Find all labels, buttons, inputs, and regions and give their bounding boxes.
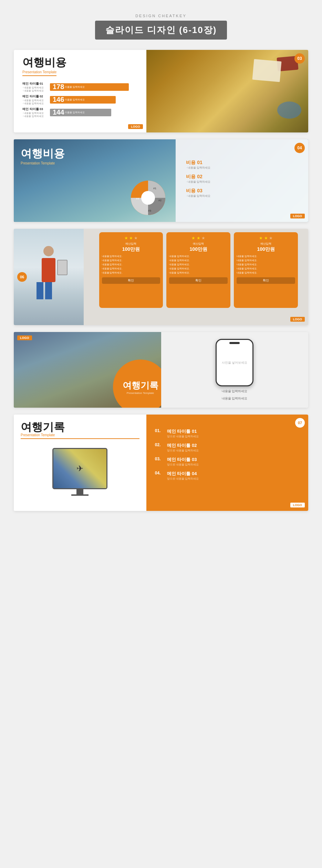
phone-mockup: 사진을 넣어보세요 bbox=[216, 339, 253, 386]
slide-03-logo: LOGO bbox=[128, 124, 143, 129]
card-1-line-3: 내용을 입력하세요. bbox=[102, 263, 160, 266]
list-num-2: 02. bbox=[155, 442, 164, 447]
card-2-line-3: 내용을 입력하세요. bbox=[169, 263, 228, 266]
list-num-4: 04. bbox=[155, 471, 164, 475]
header-subtitle: DESIGN CHEATKEY bbox=[14, 14, 308, 18]
slide-04-title-block: 여행비용 Presentation Template bbox=[21, 146, 65, 165]
slide-07-badge: 07 bbox=[295, 418, 305, 428]
card-3-line-5: 내용을 입력하세요. bbox=[237, 271, 295, 275]
list-main-4: 메인 타이틀 04 bbox=[167, 471, 199, 477]
slide-03-left: 여행비용 Presentation Template 메인 타이틀 01 · 내… bbox=[14, 50, 146, 132]
page-wrapper: DESIGN CHEATKEY 슬라이드 디자인 (6-10장) 여행비용 Pr… bbox=[0, 0, 322, 532]
slide-03-badge: 03 bbox=[294, 53, 305, 64]
list-main-1: 메인 타이틀 01 bbox=[167, 428, 199, 435]
card-3-line-2: 내용을 입력하세요. bbox=[237, 259, 295, 262]
stars-row-3: ★ ★ ★ bbox=[237, 236, 295, 240]
monitor-stand bbox=[76, 489, 83, 494]
card-3-line-1: 내용을 입력하세요. bbox=[237, 255, 295, 258]
slide-04-title-en: Presentation Template bbox=[21, 161, 65, 165]
stat-row-3: 메인 타이틀 03 · 내용을 입력하세요 · 내용을 입력하세요 144 이름… bbox=[22, 107, 138, 118]
monitor-display: ✈ bbox=[52, 448, 107, 489]
card-2-line-5: 내용을 입력하세요. bbox=[169, 271, 228, 275]
star-9: ★ bbox=[269, 236, 273, 240]
star-8: ★ bbox=[264, 236, 268, 240]
header-title: 슬라이드 디자인 (6-10장) bbox=[95, 21, 227, 40]
list-item-1: 01. 메인 타이틀 01 앞으로 내용을 입력하세요 bbox=[155, 428, 300, 438]
cost-sub-1: · 내용을 입력하세요 bbox=[186, 166, 301, 170]
slide-04-right: 비용 01 · 내용을 입력하세요 비용 02 · 내용을 입력하세요 비용 0… bbox=[176, 139, 308, 222]
card-3-confirm: 확인 bbox=[237, 277, 295, 284]
slide-04: 여행비용 Presentation Template #1 #2 #3 #4 bbox=[14, 139, 308, 222]
stat-bar-1: 178 이름을 입력하세요 bbox=[50, 83, 129, 91]
budget-card-2: ★ ★ ★ 예산입력 100만원 내용을 입력하세요. 내용을 입력하세요. 내… bbox=[166, 232, 230, 308]
stars-row: ★ ★ ★ bbox=[102, 236, 160, 240]
list-main-3: 메인 타이틀 03 bbox=[167, 457, 199, 463]
svg-point-1 bbox=[141, 191, 155, 205]
stat-row-1: 메인 타이틀 01 · 내용을 입력하세요 · 내용을 입력하세요 178 이름… bbox=[22, 82, 138, 92]
star-6: ★ bbox=[201, 236, 205, 240]
slide-04-logo: LOGO bbox=[290, 214, 305, 218]
card-2-amount: 100만원 bbox=[169, 246, 228, 253]
phone-notch bbox=[229, 342, 240, 344]
svg-text:#1: #1 bbox=[153, 187, 156, 190]
slide-07-list: 01. 메인 타이틀 01 앞으로 내용을 입력하세요 02. 메인 타이틀 0… bbox=[155, 428, 300, 481]
card-2-confirm: 확인 bbox=[169, 277, 228, 284]
header: DESIGN CHEATKEY 슬라이드 디자인 (6-10장) bbox=[14, 7, 308, 43]
list-num-3: 03. bbox=[155, 457, 164, 461]
record-text-2: 내용을 입력하세요 bbox=[222, 396, 248, 401]
slide-03-title-kr: 여행비용 bbox=[22, 57, 138, 68]
cost-title-1: 비용 01 bbox=[186, 160, 301, 166]
stat-label-2: 메인 타이틀 02 · 내용을 입력하세요 · 내용을 입력하세요 bbox=[22, 94, 50, 105]
card-1-line-2: 내용을 입력하세요. bbox=[102, 259, 160, 262]
card-3-amount: 100만원 bbox=[237, 246, 295, 253]
slide-07-logo: LOGO bbox=[290, 503, 305, 507]
stat-bar-3: 144 이름을 입력하세요 bbox=[50, 109, 111, 116]
budget-card-1: ★ ★ ★ 예산입력 100만원 내용을 입력하세요. 내용을 입력하세요. 내… bbox=[99, 232, 163, 308]
list-content-3: 메인 타이틀 03 앞으로 내용을 입력하세요 bbox=[167, 457, 199, 467]
list-sub-3: 앞으로 내용을 입력하세요 bbox=[167, 463, 199, 467]
card-1-line-4: 내용을 입력하세요. bbox=[102, 267, 160, 270]
card-3-title: 예산입력 bbox=[237, 242, 295, 246]
cost-sub-3: · 내용을 입력하세요 bbox=[186, 194, 301, 198]
star-2: ★ bbox=[129, 236, 133, 240]
list-main-2: 메인 타이틀 02 bbox=[167, 442, 199, 449]
list-item-2: 02. 메인 타이틀 02 앞으로 내용을 입력하세요 bbox=[155, 442, 300, 452]
card-3-line-4: 내용을 입력하세요. bbox=[237, 267, 295, 270]
slide-07-title-en: Presentation Template bbox=[21, 433, 139, 439]
card-1-confirm: 확인 bbox=[102, 277, 160, 284]
cost-title-2: 비용 02 bbox=[186, 174, 301, 180]
list-sub-2: 앞으로 내용을 입력하세요 bbox=[167, 449, 199, 452]
slide-06-logo: LOGO bbox=[290, 317, 305, 322]
card-2-line-4: 내용을 입력하세요. bbox=[169, 267, 228, 270]
card-2-line-1: 내용을 입력하세요. bbox=[169, 255, 228, 258]
slide-07: 여행기록 Presentation Template ✈ 07 01. 메인 타… bbox=[14, 415, 308, 511]
slide-04-left: 여행비용 Presentation Template #1 #2 #3 #4 bbox=[14, 139, 176, 222]
star-4: ★ bbox=[191, 236, 195, 240]
slide-06: 06 ★ ★ ★ 예산입력 100만원 내용을 입력하세요. 내용을 입력하세요… bbox=[14, 229, 308, 325]
stat-bar-wrap-3: 144 이름을 입력하세요 bbox=[50, 109, 138, 116]
star-5: ★ bbox=[197, 236, 200, 240]
slide-07-right: 07 01. 메인 타이틀 01 앞으로 내용을 입력하세요 02. 메인 타이… bbox=[146, 415, 308, 511]
monitor-base bbox=[71, 494, 89, 496]
slide-05-logo: LOGO bbox=[17, 335, 32, 340]
svg-text:#2: #2 bbox=[158, 199, 162, 202]
list-sub-1: 앞으로 내용을 입력하세요 bbox=[167, 435, 199, 438]
record-text-1: 내용을 입력하세요 bbox=[222, 389, 248, 394]
slide-05: 여행기록 Presentation Template 사진을 넣어보세요 내용을… bbox=[14, 332, 308, 408]
card-1-line-1: 내용을 입력하세요. bbox=[102, 255, 160, 258]
star-3: ★ bbox=[134, 236, 138, 240]
list-sub-4: 앞으로 내용을 입력하세요 bbox=[167, 477, 199, 481]
card-1-title: 예산입력 bbox=[102, 242, 160, 246]
cards-container: ★ ★ ★ 예산입력 100만원 내용을 입력하세요. 내용을 입력하세요. 내… bbox=[84, 229, 308, 325]
slide-04-title-kr: 여행비용 bbox=[21, 146, 65, 161]
list-content-1: 메인 타이틀 01 앞으로 내용을 입력하세요 bbox=[167, 428, 199, 438]
slide-05-title-kr: 여행기록 bbox=[123, 379, 158, 392]
list-content-4: 메인 타이틀 04 앞으로 내용을 입력하세요 bbox=[167, 471, 199, 481]
list-item-4: 04. 메인 타이틀 04 앞으로 내용을 입력하세요 bbox=[155, 471, 300, 481]
stat-row-2: 메인 타이틀 02 · 내용을 입력하세요 · 내용을 입력하세요 146 이름… bbox=[22, 94, 138, 105]
list-item-3: 03. 메인 타이틀 03 앞으로 내용을 입력하세요 bbox=[155, 457, 300, 467]
slide-05-title-en: Presentation Template bbox=[127, 392, 154, 395]
card-3-line-3: 내용을 입력하세요. bbox=[237, 263, 295, 266]
svg-text:#3: #3 bbox=[148, 209, 151, 212]
cost-item-2: 비용 02 · 내용을 입력하세요 bbox=[186, 174, 301, 184]
